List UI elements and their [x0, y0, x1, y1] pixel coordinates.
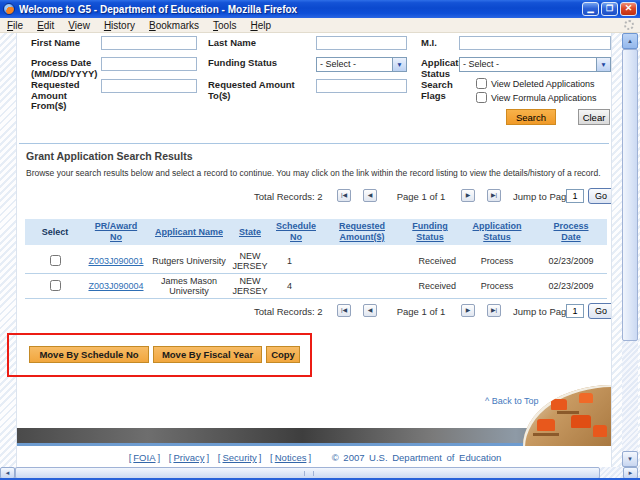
column-requested-amount[interactable]: Requested Amount($)	[323, 220, 401, 244]
vertical-scroll-thumb[interactable]	[622, 49, 638, 341]
scroll-up-icon[interactable]: ▲	[622, 33, 638, 49]
notices-link[interactable]: Notices	[275, 452, 307, 463]
view-formula-row: View Formula Applications	[476, 92, 596, 103]
application-status-value: - Select -	[463, 59, 499, 69]
page-label: Page 1 of 1	[389, 191, 453, 202]
first-page-button[interactable]: |◀	[337, 189, 351, 202]
last-name-label: Last Name	[208, 38, 308, 49]
first-page-button[interactable]: |◀	[337, 304, 351, 317]
applicant-name-cell: Rutgers University	[147, 255, 231, 267]
results-table: Select PR/Award No Applicant Name State …	[25, 219, 607, 299]
go-button[interactable]: Go	[588, 188, 612, 204]
requested-amount-cell	[323, 285, 401, 287]
state-cell: NEW JERSEY	[231, 250, 269, 272]
state-cell: NEW JERSEY	[231, 275, 269, 297]
jump-to-page-label: Jump to Page	[513, 191, 572, 202]
back-to-top-link[interactable]: ^ Back to Top	[485, 396, 539, 406]
chevron-down-icon: ▼	[392, 58, 406, 71]
view-deleted-label: View Deleted Applications	[491, 79, 594, 89]
row-select-checkbox[interactable]	[50, 280, 61, 291]
schedule-no-cell: 1	[269, 255, 323, 267]
search-button[interactable]: Search	[506, 109, 556, 125]
view-deleted-checkbox[interactable]	[476, 78, 487, 89]
row-select-checkbox[interactable]	[50, 255, 61, 266]
menu-history[interactable]: History	[97, 19, 142, 32]
application-status-select[interactable]: - Select - ▼	[459, 57, 611, 72]
privacy-link[interactable]: Privacy	[173, 452, 204, 463]
last-name-input[interactable]	[316, 36, 407, 50]
first-name-label: First Name	[31, 38, 111, 49]
menu-file[interactable]: File	[0, 19, 30, 32]
funding-status-value: - Select -	[320, 59, 356, 69]
classroom-photo	[523, 385, 611, 446]
clear-button[interactable]: Clear	[578, 109, 610, 125]
menu-bookmarks[interactable]: Bookmarks	[142, 19, 206, 32]
scroll-down-icon[interactable]: ▼	[622, 451, 638, 467]
page-label: Page 1 of 1	[389, 306, 453, 317]
bracket: ]	[205, 452, 212, 463]
menu-edit[interactable]: Edit	[30, 19, 61, 32]
copy-button[interactable]: Copy	[266, 346, 300, 363]
requested-amount-to-label: Requested Amount To($)	[208, 80, 308, 101]
move-by-fiscal-year-button[interactable]: Move By Fiscal Year	[153, 346, 262, 363]
funding-status-label: Funding Status	[208, 58, 313, 69]
process-date-input[interactable]	[101, 57, 197, 71]
pr-award-link[interactable]: Z003J090004	[88, 281, 143, 291]
prev-page-button[interactable]: ◀	[363, 304, 377, 317]
requested-amount-from-label: Requested Amount From($)	[31, 80, 89, 112]
pagination-bottom: Total Records: 2 |◀ ◀ Page 1 of 1 ▶ ▶| J…	[17, 303, 611, 320]
middle-initial-input[interactable]	[459, 36, 611, 50]
pr-award-link[interactable]: Z003J090001	[88, 256, 143, 266]
jump-to-page-input[interactable]	[566, 304, 584, 318]
next-page-button[interactable]: ▶	[461, 304, 475, 317]
requested-amount-cell	[323, 260, 401, 262]
close-button[interactable]: ✕	[620, 2, 637, 16]
title-bar: Welcome to G5 - Department of Education …	[0, 0, 640, 18]
table-header-row: Select PR/Award No Applicant Name State …	[25, 219, 607, 245]
page-content: First Name Last Name M.I. Process Date (…	[16, 33, 612, 467]
section-divider	[19, 143, 609, 144]
process-date-cell: 02/23/2009	[535, 280, 607, 292]
column-process-date[interactable]: Process Date	[535, 220, 607, 244]
total-records: Total Records: 2	[254, 306, 323, 317]
minimize-button[interactable]: ▁	[582, 2, 599, 16]
column-application-status[interactable]: Application Status	[459, 220, 535, 244]
funding-status-cell: Received	[401, 280, 459, 292]
jump-to-page-input[interactable]	[566, 189, 584, 203]
column-applicant-name[interactable]: Applicant Name	[147, 226, 231, 239]
prev-page-button[interactable]: ◀	[363, 189, 377, 202]
footer-band-line	[17, 443, 611, 446]
funding-status-select[interactable]: - Select - ▼	[316, 57, 407, 72]
window-controls: ▁ ❐ ✕	[582, 2, 637, 16]
results-description: Browse your search results below and sel…	[26, 168, 607, 178]
view-formula-checkbox[interactable]	[476, 92, 487, 103]
menu-tools[interactable]: Tools	[206, 19, 243, 32]
first-name-input[interactable]	[101, 36, 197, 50]
column-funding-status[interactable]: Funding Status	[401, 220, 459, 244]
next-page-button[interactable]: ▶	[461, 189, 475, 202]
jump-to-page-label: Jump to Page	[513, 306, 572, 317]
funding-status-cell: Received	[401, 255, 459, 267]
last-page-button[interactable]: ▶|	[487, 189, 501, 202]
requested-amount-from-input[interactable]	[101, 79, 197, 93]
view-formula-label: View Formula Applications	[491, 93, 596, 103]
throbber-icon	[624, 20, 634, 30]
pagination-top: Total Records: 2 |◀ ◀ Page 1 of 1 ▶ ▶| J…	[17, 188, 611, 205]
move-by-schedule-no-button[interactable]: Move By Schedule No	[29, 346, 149, 363]
menu-view[interactable]: View	[61, 19, 97, 32]
go-button[interactable]: Go	[588, 303, 612, 319]
menu-help[interactable]: Help	[243, 19, 278, 32]
security-link[interactable]: Security	[222, 452, 256, 463]
requested-amount-to-input[interactable]	[316, 79, 407, 93]
table-row: Z003J090001 Rutgers University NEW JERSE…	[25, 249, 607, 274]
foia-link[interactable]: FOIA	[133, 452, 155, 463]
middle-initial-label: M.I.	[421, 38, 461, 49]
last-page-button[interactable]: ▶|	[487, 304, 501, 317]
process-date-cell: 02/23/2009	[535, 255, 607, 267]
column-schedule-no[interactable]: Schedule No	[269, 220, 323, 244]
application-status-cell: Process	[459, 255, 535, 267]
column-state[interactable]: State	[231, 226, 269, 239]
total-records: Total Records: 2	[254, 191, 323, 202]
column-pr-award-no[interactable]: PR/Award No	[85, 220, 147, 244]
restore-button[interactable]: ❐	[601, 2, 618, 16]
